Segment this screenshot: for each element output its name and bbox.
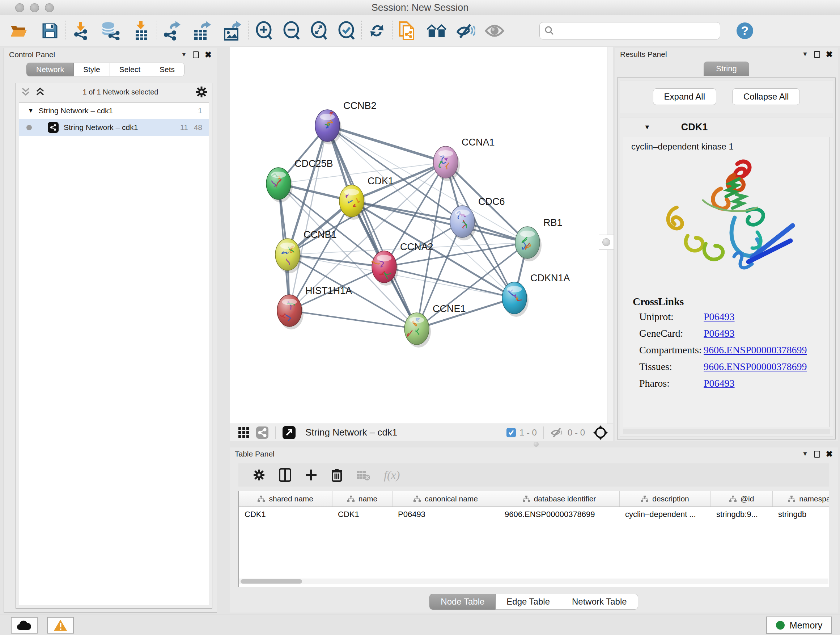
crosslink-link[interactable]: 9606.ENSP00000378699 <box>704 361 807 372</box>
import-network-from-database-button[interactable] <box>100 19 120 42</box>
network-edge[interactable] <box>384 267 515 298</box>
network-collection-row[interactable]: ▼ String Network – cdk1 1 <box>19 103 209 119</box>
column-header-name[interactable]: name <box>332 491 392 507</box>
panel-close-icon[interactable]: ✖ <box>205 51 212 59</box>
network-options-gear-icon[interactable] <box>195 86 208 98</box>
panel-close-icon[interactable]: ✖ <box>826 450 833 458</box>
birdseye-view-icon[interactable] <box>593 425 608 440</box>
column-type-icon <box>257 495 265 502</box>
network-row[interactable]: String Network – cdk1 11 48 <box>19 119 209 136</box>
add-column-icon[interactable] <box>305 469 317 481</box>
export-network-button[interactable] <box>162 19 182 42</box>
show-columns-icon[interactable] <box>279 468 291 482</box>
delete-column-icon[interactable] <box>331 468 343 482</box>
network-graph[interactable]: CCNB2CCNA1CDC25BCDK1CDC6RB1CCNB1CCNA2CDK… <box>230 47 607 424</box>
export-image-button[interactable] <box>223 19 243 42</box>
scrollbar-thumb[interactable] <box>240 579 302 584</box>
save-session-button[interactable] <box>40 19 60 42</box>
column-header-namespace[interactable]: namespace <box>772 491 829 507</box>
panel-float-icon[interactable] <box>193 51 199 58</box>
table-cell[interactable]: cyclin–dependent ... <box>619 507 711 523</box>
horizontal-splitter[interactable] <box>230 441 838 448</box>
tab-string[interactable]: String <box>704 62 749 76</box>
network-edge[interactable] <box>327 126 417 329</box>
fit-content-button[interactable] <box>309 19 329 42</box>
tree-expander-icon[interactable]: ▼ <box>28 108 34 114</box>
column-header-canonical-name[interactable]: canonical name <box>392 491 499 507</box>
crosslink-link[interactable]: P06493 <box>704 328 735 339</box>
tab-sets[interactable]: Sets <box>150 63 185 76</box>
zoom-in-button[interactable] <box>254 19 274 42</box>
collapse-all-button[interactable]: Collapse All <box>732 88 800 105</box>
crosslink-link[interactable]: 9606.ENSP00000378699 <box>704 344 807 356</box>
string-import-button[interactable] <box>398 19 418 42</box>
string-home-button[interactable] <box>426 19 447 42</box>
node-table[interactable]: shared namenamecanonical namedatabase id… <box>238 491 829 587</box>
tab-network[interactable]: Network <box>27 63 74 76</box>
table-row[interactable]: CDK1CDK1P064939606.ENSP00000378699cyclin… <box>239 507 829 523</box>
table-cell[interactable]: CDK1 <box>239 507 332 523</box>
table-hscrollbar[interactable] <box>239 578 829 584</box>
table-cell[interactable]: CDK1 <box>332 507 392 523</box>
zoom-selected-button[interactable] <box>336 19 356 42</box>
table-options-gear-icon[interactable] <box>253 469 265 481</box>
open-session-button[interactable] <box>9 19 29 42</box>
cloud-status-button[interactable] <box>11 617 38 633</box>
table-cell[interactable]: P06493 <box>392 507 499 523</box>
column-header--id[interactable]: @id <box>711 491 772 507</box>
network-view-icon[interactable] <box>256 426 269 439</box>
grid-view-icon[interactable] <box>238 426 250 439</box>
node-section-header[interactable]: ▼ CDK1 <box>620 118 833 136</box>
panel-float-icon[interactable] <box>814 51 820 58</box>
network-selection-status: 1 of 1 Network selected <box>46 88 195 96</box>
import-table-from-file-button[interactable] <box>131 19 152 42</box>
tab-node-table[interactable]: Node Table <box>429 594 496 610</box>
network-edge[interactable] <box>289 310 417 329</box>
collapse-all-networks-icon[interactable] <box>35 87 46 97</box>
tab-select[interactable]: Select <box>110 63 150 76</box>
splitter-grip[interactable] <box>599 234 614 250</box>
panel-menu-caret-icon[interactable]: ▼ <box>181 51 187 58</box>
panel-menu-caret-icon[interactable]: ▼ <box>802 450 808 458</box>
apply-layout-button[interactable] <box>367 19 387 42</box>
network-node-count: 11 <box>180 123 188 132</box>
zoom-out-button[interactable] <box>281 19 302 42</box>
column-header-database-identifier[interactable]: database identifier <box>499 491 619 507</box>
panel-close-icon[interactable]: ✖ <box>826 50 833 59</box>
network-edge[interactable] <box>352 201 527 242</box>
expand-all-button[interactable]: Expand All <box>653 88 716 105</box>
panel-menu-caret-icon[interactable]: ▼ <box>802 51 808 58</box>
table-cell[interactable]: stringdb:9... <box>711 507 772 523</box>
tab-edge-table[interactable]: Edge Table <box>496 594 561 610</box>
tab-style[interactable]: Style <box>74 63 110 76</box>
help-button[interactable]: ? <box>735 19 755 42</box>
section-expander-icon[interactable]: ▼ <box>644 124 651 131</box>
import-network-from-file-button[interactable] <box>71 19 91 42</box>
detach-view-icon[interactable] <box>282 426 296 440</box>
network-edge[interactable] <box>327 126 527 242</box>
houses-icon <box>426 23 447 39</box>
hide-glass-button[interactable] <box>455 19 476 42</box>
column-header-description[interactable]: description <box>619 491 711 507</box>
warnings-button[interactable] <box>47 617 74 633</box>
crosslink-label: Uniprot: <box>623 311 695 323</box>
node-label-rb1: RB1 <box>543 217 562 228</box>
table-cell[interactable]: stringdb <box>772 507 829 523</box>
results-scrollbar[interactable] <box>623 429 830 434</box>
network-edge[interactable] <box>327 126 446 162</box>
crosslink-link[interactable]: P06493 <box>704 378 735 389</box>
table-cell[interactable]: 9606.ENSP00000378699 <box>499 507 619 523</box>
panel-float-icon[interactable] <box>814 451 820 458</box>
crosslink-link[interactable]: P06493 <box>704 311 735 323</box>
export-table-button[interactable] <box>193 19 213 42</box>
network-edge[interactable] <box>287 255 384 267</box>
expand-all-networks-icon[interactable] <box>20 87 31 97</box>
show-glass-button[interactable] <box>485 19 505 42</box>
search-input[interactable] <box>539 22 720 40</box>
selected-checkbox-icon[interactable] <box>507 428 516 437</box>
column-header-shared-name[interactable]: shared name <box>239 491 332 507</box>
tab-network-table[interactable]: Network Table <box>561 594 638 610</box>
network-canvas[interactable]: CCNB2CCNA1CDC25BCDK1CDC6RB1CCNB1CCNA2CDK… <box>230 47 607 424</box>
node-label-cdkn1a: CDKN1A <box>531 272 570 283</box>
memory-button[interactable]: Memory <box>766 616 832 634</box>
